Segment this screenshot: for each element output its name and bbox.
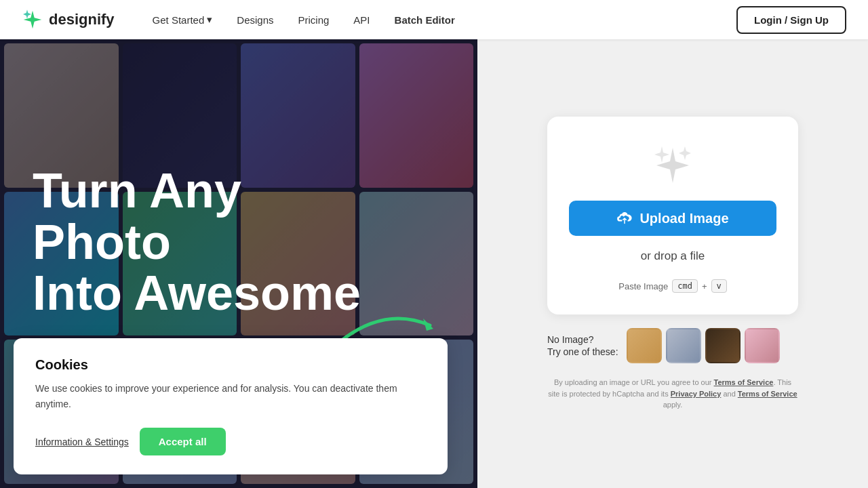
cookie-body: We use cookies to improve your experienc… [35, 381, 426, 411]
cookie-accept-button[interactable]: Accept all [140, 428, 226, 455]
sample-thumb-2[interactable] [666, 328, 701, 363]
terms-link-1[interactable]: Terms of Service [714, 378, 774, 386]
privacy-policy-link[interactable]: Privacy Policy [671, 390, 722, 398]
upload-icon [616, 210, 633, 226]
sample-thumb-1[interactable] [627, 328, 662, 363]
cookie-actions: Information & Settings Accept all [35, 428, 426, 455]
hero-right: Upload Image or drop a file Paste Image … [477, 39, 868, 488]
logo-text: designify [49, 11, 115, 28]
logo-link[interactable]: designify [22, 9, 115, 30]
svg-marker-5 [679, 146, 691, 160]
nav-links: Get Started ▾ Designs Pricing API Batch … [142, 8, 736, 31]
sample-label: No Image? Try one of these: [547, 333, 618, 358]
nav-batch-editor[interactable]: Batch Editor [384, 9, 466, 31]
nav-api[interactable]: API [342, 9, 380, 31]
terms-link-2[interactable]: Terms of Service [738, 390, 797, 398]
logo-icon [22, 9, 43, 30]
sample-row: No Image? Try one of these: [547, 328, 798, 363]
paste-row: Paste Image cmd + v [618, 279, 727, 293]
sample-thumb-3[interactable] [705, 328, 741, 363]
cookie-title: Cookies [35, 357, 426, 373]
v-key: v [711, 279, 727, 293]
svg-marker-1 [23, 9, 31, 18]
nav-get-started[interactable]: Get Started ▾ [142, 8, 224, 31]
chevron-down-icon: ▾ [207, 14, 212, 26]
sample-thumbs [627, 328, 780, 363]
sample-thumb-4[interactable] [745, 328, 780, 363]
cookie-settings-button[interactable]: Information & Settings [35, 436, 129, 447]
login-signup-button[interactable]: Login / Sign Up [736, 6, 846, 34]
terms-text: By uploading an image or URL you agree t… [547, 377, 798, 411]
cookie-banner: Cookies We use cookies to improve your e… [14, 338, 448, 474]
svg-marker-4 [654, 146, 669, 163]
nav-designs[interactable]: Designs [226, 9, 284, 31]
upload-card: Upload Image or drop a file Paste Image … [547, 117, 798, 314]
cmd-key: cmd [672, 279, 698, 293]
upload-image-button[interactable]: Upload Image [569, 201, 776, 236]
navbar: designify Get Started ▾ Designs Pricing … [0, 0, 868, 39]
sparkle-graphic [651, 144, 694, 187]
drop-label: or drop a file [641, 249, 705, 263]
hero-title: Turn Any Photo Into Awesome [33, 165, 445, 319]
nav-pricing[interactable]: Pricing [288, 9, 340, 31]
